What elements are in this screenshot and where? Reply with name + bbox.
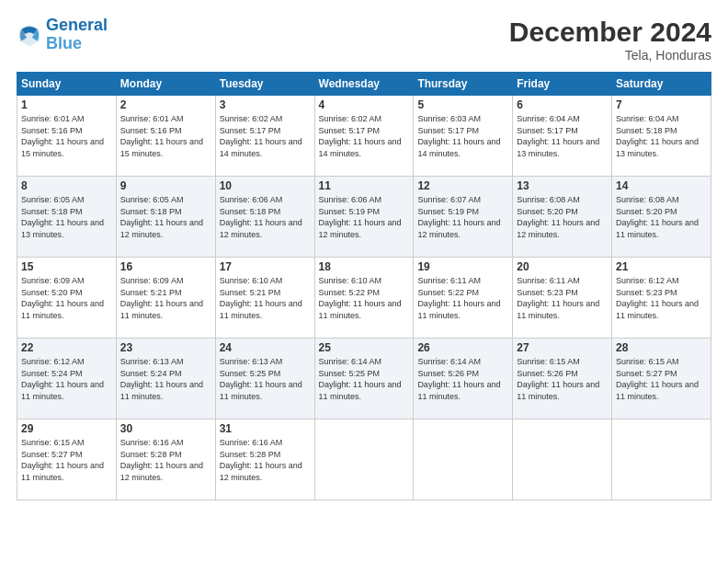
- calendar-cell: 28Sunrise: 6:15 AMSunset: 5:27 PMDayligh…: [612, 339, 711, 419]
- week-row: 1Sunrise: 6:01 AMSunset: 5:16 PMDaylight…: [17, 96, 711, 177]
- day-number: 14: [616, 179, 707, 192]
- calendar-cell: 13Sunrise: 6:08 AMSunset: 5:20 PMDayligh…: [513, 177, 612, 258]
- calendar-cell: 8Sunrise: 6:05 AMSunset: 5:18 PMDaylight…: [17, 177, 117, 258]
- day-info: Sunrise: 6:02 AMSunset: 5:17 PMDaylight:…: [319, 113, 410, 159]
- day-number: 4: [319, 98, 410, 111]
- day-info: Sunrise: 6:07 AMSunset: 5:19 PMDaylight:…: [417, 194, 508, 240]
- header-row: SundayMondayTuesdayWednesdayThursdayFrid…: [17, 73, 711, 96]
- day-number: 15: [21, 260, 112, 273]
- calendar-cell: 10Sunrise: 6:06 AMSunset: 5:18 PMDayligh…: [215, 177, 314, 258]
- logo-text: GeneralBlue: [46, 17, 108, 53]
- day-number: 18: [319, 260, 410, 273]
- day-info: Sunrise: 6:09 AMSunset: 5:20 PMDaylight:…: [21, 275, 112, 321]
- calendar-cell: 31Sunrise: 6:16 AMSunset: 5:28 PMDayligh…: [215, 419, 314, 500]
- day-number: 16: [120, 260, 211, 273]
- calendar-cell: 16Sunrise: 6:09 AMSunset: 5:21 PMDayligh…: [116, 258, 215, 339]
- week-row: 22Sunrise: 6:12 AMSunset: 5:24 PMDayligh…: [17, 339, 711, 419]
- day-info: Sunrise: 6:13 AMSunset: 5:24 PMDaylight:…: [120, 356, 211, 402]
- day-number: 24: [220, 341, 311, 354]
- day-number: 27: [517, 341, 608, 354]
- calendar-cell: 17Sunrise: 6:10 AMSunset: 5:21 PMDayligh…: [215, 258, 314, 339]
- calendar-cell: 11Sunrise: 6:06 AMSunset: 5:19 PMDayligh…: [314, 177, 414, 258]
- day-header-wednesday: Wednesday: [314, 73, 414, 96]
- calendar-cell: 25Sunrise: 6:14 AMSunset: 5:25 PMDayligh…: [314, 339, 414, 419]
- subtitle: Tela, Honduras: [509, 48, 711, 63]
- day-info: Sunrise: 6:04 AMSunset: 5:17 PMDaylight:…: [517, 113, 608, 159]
- calendar-cell: 3Sunrise: 6:02 AMSunset: 5:17 PMDaylight…: [215, 96, 314, 177]
- calendar-cell: 1Sunrise: 6:01 AMSunset: 5:16 PMDaylight…: [17, 96, 117, 177]
- calendar-cell: [612, 419, 711, 500]
- calendar-cell: 6Sunrise: 6:04 AMSunset: 5:17 PMDaylight…: [513, 96, 612, 177]
- day-info: Sunrise: 6:15 AMSunset: 5:26 PMDaylight:…: [517, 356, 608, 402]
- day-number: 3: [220, 98, 311, 111]
- day-info: Sunrise: 6:14 AMSunset: 5:25 PMDaylight:…: [319, 356, 410, 402]
- day-info: Sunrise: 6:02 AMSunset: 5:17 PMDaylight:…: [220, 113, 311, 159]
- day-info: Sunrise: 6:16 AMSunset: 5:28 PMDaylight:…: [120, 437, 211, 483]
- logo: GeneralBlue: [17, 17, 108, 53]
- day-info: Sunrise: 6:05 AMSunset: 5:18 PMDaylight:…: [120, 194, 211, 240]
- calendar-cell: 23Sunrise: 6:13 AMSunset: 5:24 PMDayligh…: [116, 339, 215, 419]
- day-number: 5: [417, 98, 508, 111]
- day-number: 31: [220, 422, 311, 435]
- week-row: 8Sunrise: 6:05 AMSunset: 5:18 PMDaylight…: [17, 177, 711, 258]
- day-number: 25: [319, 341, 410, 354]
- day-header-monday: Monday: [116, 73, 215, 96]
- day-info: Sunrise: 6:05 AMSunset: 5:18 PMDaylight:…: [21, 194, 112, 240]
- calendar-cell: 18Sunrise: 6:10 AMSunset: 5:22 PMDayligh…: [314, 258, 414, 339]
- day-header-sunday: Sunday: [17, 73, 117, 96]
- day-info: Sunrise: 6:15 AMSunset: 5:27 PMDaylight:…: [616, 356, 707, 402]
- calendar-cell: 19Sunrise: 6:11 AMSunset: 5:22 PMDayligh…: [414, 258, 513, 339]
- day-header-thursday: Thursday: [414, 73, 513, 96]
- day-info: Sunrise: 6:08 AMSunset: 5:20 PMDaylight:…: [616, 194, 707, 240]
- calendar-cell: 26Sunrise: 6:14 AMSunset: 5:26 PMDayligh…: [414, 339, 513, 419]
- day-number: 17: [220, 260, 311, 273]
- day-number: 28: [616, 341, 707, 354]
- day-number: 30: [120, 422, 211, 435]
- day-info: Sunrise: 6:10 AMSunset: 5:21 PMDaylight:…: [220, 275, 311, 321]
- day-info: Sunrise: 6:11 AMSunset: 5:22 PMDaylight:…: [417, 275, 508, 321]
- calendar-cell: 20Sunrise: 6:11 AMSunset: 5:23 PMDayligh…: [513, 258, 612, 339]
- day-info: Sunrise: 6:01 AMSunset: 5:16 PMDaylight:…: [21, 113, 112, 159]
- day-info: Sunrise: 6:08 AMSunset: 5:20 PMDaylight:…: [517, 194, 608, 240]
- day-info: Sunrise: 6:12 AMSunset: 5:23 PMDaylight:…: [616, 275, 707, 321]
- logo-icon: [17, 22, 42, 48]
- day-number: 12: [417, 179, 508, 192]
- calendar-cell: 24Sunrise: 6:13 AMSunset: 5:25 PMDayligh…: [215, 339, 314, 419]
- day-header-friday: Friday: [513, 73, 612, 96]
- calendar-cell: [513, 419, 612, 500]
- day-info: Sunrise: 6:06 AMSunset: 5:18 PMDaylight:…: [220, 194, 311, 240]
- header: GeneralBlue December 2024 Tela, Honduras: [17, 17, 711, 63]
- day-info: Sunrise: 6:04 AMSunset: 5:18 PMDaylight:…: [616, 113, 707, 159]
- day-number: 8: [21, 179, 112, 192]
- day-number: 2: [120, 98, 211, 111]
- day-number: 1: [21, 98, 112, 111]
- day-number: 13: [517, 179, 608, 192]
- day-number: 10: [220, 179, 311, 192]
- day-info: Sunrise: 6:06 AMSunset: 5:19 PMDaylight:…: [319, 194, 410, 240]
- title-block: December 2024 Tela, Honduras: [509, 17, 711, 63]
- calendar-table: SundayMondayTuesdayWednesdayThursdayFrid…: [17, 72, 711, 500]
- calendar-cell: 27Sunrise: 6:15 AMSunset: 5:26 PMDayligh…: [513, 339, 612, 419]
- day-info: Sunrise: 6:15 AMSunset: 5:27 PMDaylight:…: [21, 437, 112, 483]
- calendar-cell: 12Sunrise: 6:07 AMSunset: 5:19 PMDayligh…: [414, 177, 513, 258]
- day-number: 7: [616, 98, 707, 111]
- day-header-tuesday: Tuesday: [215, 73, 314, 96]
- calendar-cell: 14Sunrise: 6:08 AMSunset: 5:20 PMDayligh…: [612, 177, 711, 258]
- calendar-cell: 2Sunrise: 6:01 AMSunset: 5:16 PMDaylight…: [116, 96, 215, 177]
- day-info: Sunrise: 6:14 AMSunset: 5:26 PMDaylight:…: [417, 356, 508, 402]
- calendar-cell: 29Sunrise: 6:15 AMSunset: 5:27 PMDayligh…: [17, 419, 117, 500]
- day-number: 22: [21, 341, 112, 354]
- day-number: 29: [21, 422, 112, 435]
- page: GeneralBlue December 2024 Tela, Honduras…: [0, 0, 728, 563]
- day-info: Sunrise: 6:13 AMSunset: 5:25 PMDaylight:…: [220, 356, 311, 402]
- day-info: Sunrise: 6:10 AMSunset: 5:22 PMDaylight:…: [319, 275, 410, 321]
- calendar-cell: 22Sunrise: 6:12 AMSunset: 5:24 PMDayligh…: [17, 339, 117, 419]
- calendar-cell: 21Sunrise: 6:12 AMSunset: 5:23 PMDayligh…: [612, 258, 711, 339]
- day-info: Sunrise: 6:03 AMSunset: 5:17 PMDaylight:…: [417, 113, 508, 159]
- day-info: Sunrise: 6:11 AMSunset: 5:23 PMDaylight:…: [517, 275, 608, 321]
- month-title: December 2024: [509, 17, 711, 48]
- calendar-cell: 30Sunrise: 6:16 AMSunset: 5:28 PMDayligh…: [116, 419, 215, 500]
- calendar-cell: 5Sunrise: 6:03 AMSunset: 5:17 PMDaylight…: [414, 96, 513, 177]
- calendar-cell: 15Sunrise: 6:09 AMSunset: 5:20 PMDayligh…: [17, 258, 117, 339]
- day-info: Sunrise: 6:12 AMSunset: 5:24 PMDaylight:…: [21, 356, 112, 402]
